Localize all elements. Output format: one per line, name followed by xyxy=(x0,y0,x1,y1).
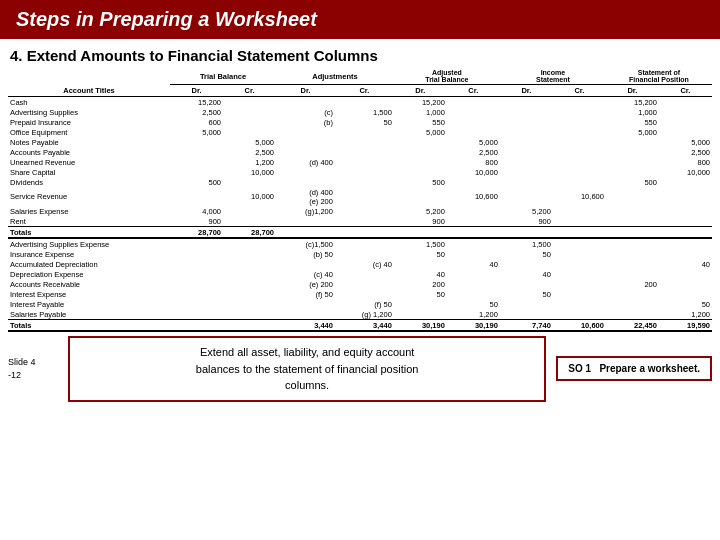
table-cell: 40 xyxy=(500,269,553,279)
worksheet-table: Trial Balance Adjustments AdjustedTrial … xyxy=(8,68,712,332)
fp-cr: Cr. xyxy=(659,85,712,97)
table-cell xyxy=(553,137,606,147)
table-cell: Interest Payable xyxy=(8,299,170,309)
table-cell xyxy=(659,97,712,108)
table-cell xyxy=(553,177,606,187)
table-cell xyxy=(394,299,447,309)
table-cell xyxy=(606,137,659,147)
table-cell xyxy=(335,279,394,289)
so-box: SO 1 Prepare a worksheet. xyxy=(556,356,712,381)
table-cell: (g)1,200 xyxy=(276,206,335,216)
table-cell: (d) 400 (e) 200 xyxy=(276,187,335,206)
table-cell: Service Revenue xyxy=(8,187,170,206)
table-cell xyxy=(223,249,276,259)
table-cell: 15,200 xyxy=(170,97,223,108)
table-cell xyxy=(276,309,335,320)
table-cell xyxy=(223,289,276,299)
table-cell: 200 xyxy=(394,279,447,289)
table-cell: 5,000 xyxy=(447,137,500,147)
table-cell xyxy=(447,127,500,137)
table-cell: 900 xyxy=(394,216,447,227)
table-cell xyxy=(659,206,712,216)
table-cell xyxy=(223,279,276,289)
table-cell xyxy=(170,238,223,249)
table-cell xyxy=(447,279,500,289)
table-cell xyxy=(500,227,553,239)
table-cell xyxy=(335,289,394,299)
table-cell: 200 xyxy=(606,279,659,289)
table-cell xyxy=(223,97,276,108)
table-cell: 10,600 xyxy=(553,187,606,206)
table-cell xyxy=(500,177,553,187)
table-cell: 1,500 xyxy=(394,238,447,249)
table-cell: Accounts Receivable xyxy=(8,279,170,289)
table-cell: 2,500 xyxy=(223,147,276,157)
table-cell: 2,500 xyxy=(447,147,500,157)
table-cell: Share Capital xyxy=(8,167,170,177)
table-cell: 2,500 xyxy=(170,107,223,117)
table-cell: 1,200 xyxy=(447,309,500,320)
table-cell xyxy=(447,269,500,279)
table-cell xyxy=(170,299,223,309)
table-cell xyxy=(659,187,712,206)
table-cell: 5,000 xyxy=(606,127,659,137)
subtitle: 4. Extend Amounts to Financial Statement… xyxy=(0,45,720,68)
table-cell: 50 xyxy=(335,117,394,127)
table-cell: Interest Expense xyxy=(8,289,170,299)
callout-text: Extend all asset, liability, and equity … xyxy=(196,346,419,391)
table-cell: 500 xyxy=(606,177,659,187)
table-cell xyxy=(223,206,276,216)
table-cell xyxy=(335,249,394,259)
table-cell xyxy=(606,227,659,239)
table-cell: 1,500 xyxy=(335,107,394,117)
table-cell xyxy=(659,127,712,137)
table-cell: (f) 50 xyxy=(276,289,335,299)
table-cell: 10,000 xyxy=(447,167,500,177)
table-cell: 30,190 xyxy=(447,320,500,332)
table-cell: (g) 1,200 xyxy=(335,309,394,320)
table-cell xyxy=(335,127,394,137)
table-cell xyxy=(553,269,606,279)
table-cell: 40 xyxy=(659,259,712,269)
table-cell xyxy=(335,167,394,177)
table-cell xyxy=(223,238,276,249)
tb-dr: Dr. xyxy=(170,85,223,97)
table-cell: 5,000 xyxy=(659,137,712,147)
table-cell: (b) 50 xyxy=(276,249,335,259)
table-cell: (d) 400 xyxy=(276,157,335,167)
slide-info: Slide 4 -12 xyxy=(8,356,58,381)
table-cell xyxy=(606,157,659,167)
table-cell: 28,700 xyxy=(223,227,276,239)
table-cell: Cash xyxy=(8,97,170,108)
table-cell xyxy=(447,107,500,117)
table-cell: 1,000 xyxy=(394,107,447,117)
table-cell xyxy=(447,289,500,299)
col-financial-position: Statement ofFinancial Position xyxy=(606,68,712,85)
table-cell xyxy=(223,259,276,269)
table-cell: 50 xyxy=(447,299,500,309)
table-cell xyxy=(553,309,606,320)
table-cell: (c) xyxy=(276,107,335,117)
col-adjusted-trial-balance: AdjustedTrial Balance xyxy=(394,68,500,85)
table-cell xyxy=(223,309,276,320)
table-cell xyxy=(553,299,606,309)
table-cell xyxy=(553,206,606,216)
col-account-title: Account Titles xyxy=(8,85,170,97)
table-cell xyxy=(553,279,606,289)
table-cell xyxy=(170,279,223,289)
atb-cr: Cr. xyxy=(447,85,500,97)
table-cell: (f) 50 xyxy=(335,299,394,309)
table-cell xyxy=(394,227,447,239)
table-cell xyxy=(276,167,335,177)
adj-dr: Dr. xyxy=(276,85,335,97)
table-cell: Totals xyxy=(8,227,170,239)
table-cell xyxy=(500,309,553,320)
table-cell: Unearned Revenue xyxy=(8,157,170,167)
table-cell: 3,440 xyxy=(335,320,394,332)
table-cell xyxy=(606,216,659,227)
table-cell xyxy=(223,177,276,187)
table-cell xyxy=(606,187,659,206)
table-cell xyxy=(276,227,335,239)
table-cell: (c) 40 xyxy=(335,259,394,269)
table-cell xyxy=(170,137,223,147)
